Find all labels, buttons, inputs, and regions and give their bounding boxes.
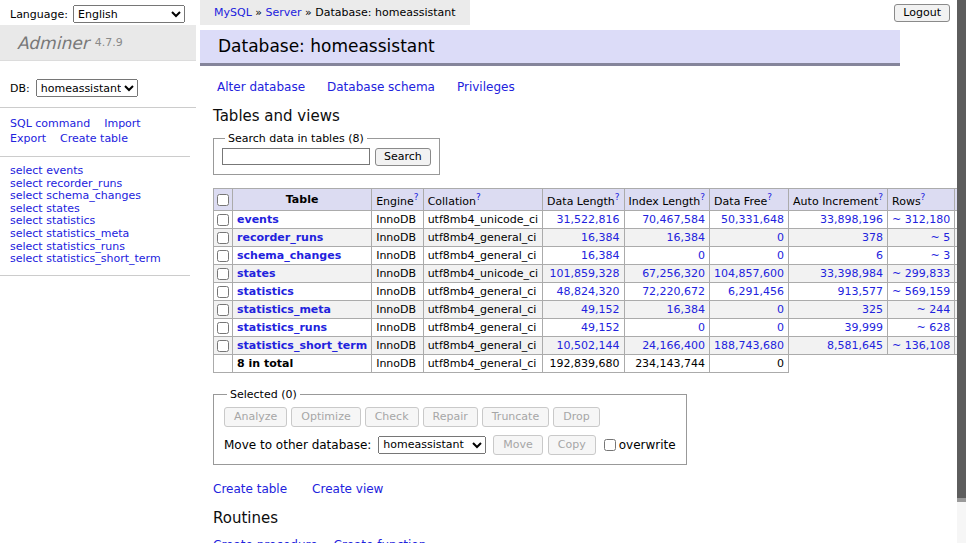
row-checkbox[interactable] bbox=[217, 340, 229, 352]
sidebar-link-create-table[interactable]: Create table bbox=[60, 131, 128, 146]
sidebar-table-link[interactable]: statistics_runs bbox=[46, 240, 125, 253]
sidebar-select-link[interactable]: select bbox=[10, 252, 43, 265]
cell-rows-link[interactable]: ~ 244 bbox=[916, 303, 950, 316]
table-name-link[interactable]: statistics_runs bbox=[237, 321, 327, 334]
sidebar-select-link[interactable]: select bbox=[10, 202, 43, 215]
table-name-link[interactable]: states bbox=[237, 267, 276, 280]
cell-index_length-link[interactable]: 0 bbox=[698, 321, 705, 334]
cell-index_length-link[interactable]: 16,384 bbox=[667, 231, 706, 244]
help-link[interactable]: ? bbox=[615, 192, 620, 202]
cell-rows-link[interactable]: ~ 5 bbox=[930, 231, 950, 244]
sidebar-table-link[interactable]: states bbox=[46, 202, 80, 215]
cell-rows-link[interactable]: ~ 569,159 bbox=[892, 285, 950, 298]
drop-button[interactable]: Drop bbox=[553, 407, 599, 427]
link-create-function[interactable]: Create function bbox=[334, 538, 427, 543]
cell-data_free-link[interactable]: 0 bbox=[777, 303, 784, 316]
move-db-select[interactable]: homeassistant bbox=[378, 436, 486, 454]
link-privileges[interactable]: Privileges bbox=[457, 80, 515, 94]
cell-data_free-link[interactable]: 0 bbox=[777, 231, 784, 244]
help-link[interactable]: ? bbox=[476, 192, 481, 202]
db-select[interactable]: homeassistant bbox=[36, 79, 138, 97]
link-database-schema[interactable]: Database schema bbox=[327, 80, 435, 94]
cell-index_length-link[interactable]: 16,384 bbox=[667, 303, 706, 316]
sidebar-table-link[interactable]: schema_changes bbox=[46, 189, 141, 202]
logout-button[interactable]: Logout bbox=[894, 4, 950, 22]
select-all-checkbox[interactable] bbox=[217, 194, 229, 206]
cell-index_length-link[interactable]: 72,220,672 bbox=[642, 285, 705, 298]
cell-index_length-link[interactable]: 70,467,584 bbox=[642, 213, 705, 226]
table-name-link[interactable]: recorder_runs bbox=[237, 231, 323, 244]
cell-auto_increment-link[interactable]: 33,898,196 bbox=[820, 213, 883, 226]
cell-data_free-link[interactable]: 188,743,680 bbox=[714, 339, 784, 352]
row-checkbox[interactable] bbox=[217, 268, 229, 280]
sidebar-link-sql-command[interactable]: SQL command bbox=[10, 116, 90, 131]
row-checkbox[interactable] bbox=[217, 214, 229, 226]
sidebar-select-link[interactable]: select bbox=[10, 227, 43, 240]
table-name-link[interactable]: schema_changes bbox=[237, 249, 341, 262]
cell-rows-link[interactable]: ~ 3 bbox=[930, 249, 950, 262]
cell-data_length-link[interactable]: 48,824,320 bbox=[557, 285, 620, 298]
overwrite-checkbox[interactable] bbox=[604, 439, 616, 451]
cell-data_free-link[interactable]: 6,291,456 bbox=[728, 285, 784, 298]
truncate-button[interactable]: Truncate bbox=[482, 407, 549, 427]
cell-data_free-link[interactable]: 0 bbox=[777, 321, 784, 334]
cell-rows-link[interactable]: ~ 312,180 bbox=[892, 213, 950, 226]
sidebar-select-link[interactable]: select bbox=[10, 240, 43, 253]
cell-data_length-link[interactable]: 49,152 bbox=[581, 303, 620, 316]
link-alter-database[interactable]: Alter database bbox=[217, 80, 305, 94]
sidebar-link-import[interactable]: Import bbox=[104, 116, 141, 131]
cell-data_free-link[interactable]: 0 bbox=[777, 249, 784, 262]
table-name-link[interactable]: statistics_meta bbox=[237, 303, 331, 316]
breadcrumb-link[interactable]: Server bbox=[266, 6, 302, 19]
cell-index_length-link[interactable]: 67,256,320 bbox=[642, 267, 705, 280]
vertical-scrollbar-track[interactable] bbox=[957, 0, 966, 543]
help-link[interactable]: ? bbox=[767, 192, 772, 202]
sidebar-select-link[interactable]: select bbox=[10, 164, 43, 177]
search-button[interactable]: Search bbox=[375, 148, 431, 166]
cell-rows-link[interactable]: ~ 136,108 bbox=[892, 339, 950, 352]
cell-data_length-link[interactable]: 101,859,328 bbox=[550, 267, 620, 280]
cell-index_length-link[interactable]: 0 bbox=[698, 249, 705, 262]
search-input[interactable] bbox=[222, 148, 370, 165]
cell-data_free-link[interactable]: 50,331,648 bbox=[721, 213, 784, 226]
cell-auto_increment-link[interactable]: 33,398,984 bbox=[820, 267, 883, 280]
cell-rows-link[interactable]: ~ 299,833 bbox=[892, 267, 950, 280]
table-name-link[interactable]: events bbox=[237, 213, 279, 226]
language-select[interactable]: English bbox=[73, 5, 185, 23]
optimize-button[interactable]: Optimize bbox=[291, 407, 360, 427]
cell-rows-link[interactable]: ~ 628 bbox=[916, 321, 950, 334]
sidebar-link-export[interactable]: Export bbox=[10, 131, 46, 146]
breadcrumb-link[interactable]: MySQL bbox=[214, 6, 252, 19]
help-link[interactable]: ? bbox=[921, 192, 926, 202]
cell-auto_increment-link[interactable]: 6 bbox=[876, 249, 883, 262]
sidebar-table-link[interactable]: recorder_runs bbox=[46, 177, 122, 190]
cell-data_free-link[interactable]: 104,857,600 bbox=[714, 267, 784, 280]
analyze-button[interactable]: Analyze bbox=[224, 407, 287, 427]
copy-button[interactable]: Copy bbox=[548, 435, 596, 455]
sidebar-select-link[interactable]: select bbox=[10, 189, 43, 202]
cell-data_length-link[interactable]: 49,152 bbox=[581, 321, 620, 334]
repair-button[interactable]: Repair bbox=[423, 407, 478, 427]
sidebar-table-link[interactable]: statistics_short_term bbox=[46, 252, 160, 265]
cell-index_length-link[interactable]: 24,166,400 bbox=[642, 339, 705, 352]
help-link[interactable]: ? bbox=[878, 192, 883, 202]
cell-data_length-link[interactable]: 16,384 bbox=[581, 249, 620, 262]
vertical-scrollbar-thumb[interactable] bbox=[957, 0, 966, 502]
cell-data_length-link[interactable]: 31,522,816 bbox=[557, 213, 620, 226]
move-button[interactable]: Move bbox=[493, 435, 543, 455]
link-create-view[interactable]: Create view bbox=[312, 482, 383, 496]
row-checkbox[interactable] bbox=[217, 232, 229, 244]
help-link[interactable]: ? bbox=[414, 192, 419, 202]
table-name-link[interactable]: statistics bbox=[237, 285, 294, 298]
row-checkbox[interactable] bbox=[217, 286, 229, 298]
sidebar-table-link[interactable]: events bbox=[46, 164, 83, 177]
link-create-table[interactable]: Create table bbox=[213, 482, 287, 496]
row-checkbox[interactable] bbox=[217, 304, 229, 316]
table-name-link[interactable]: statistics_short_term bbox=[237, 339, 367, 352]
help-link[interactable]: ? bbox=[700, 192, 705, 202]
sidebar-select-link[interactable]: select bbox=[10, 214, 43, 227]
cell-auto_increment-link[interactable]: 325 bbox=[862, 303, 883, 316]
row-checkbox[interactable] bbox=[217, 322, 229, 334]
cell-data_length-link[interactable]: 10,502,144 bbox=[557, 339, 620, 352]
sidebar-select-link[interactable]: select bbox=[10, 177, 43, 190]
